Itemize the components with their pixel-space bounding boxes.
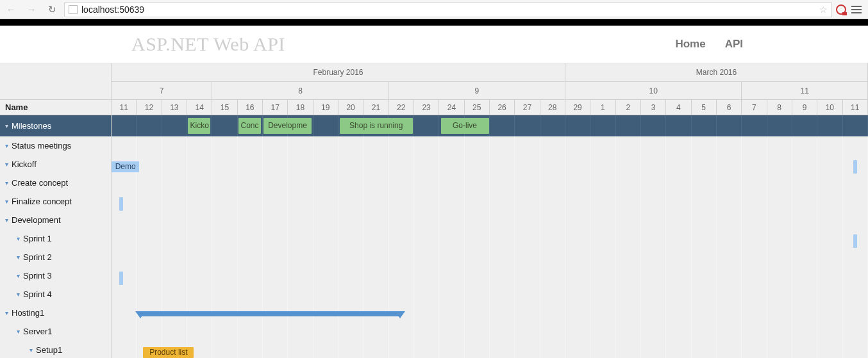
milestone-concept[interactable]: Conc: [238, 118, 262, 134]
page-icon: [69, 5, 78, 14]
day-cell: 13: [162, 100, 187, 115]
day-cell: 24: [439, 100, 464, 115]
milestone-kickoff[interactable]: Kicko: [188, 118, 211, 134]
tree-row-hosting1[interactable]: ▾Hosting1: [0, 304, 111, 322]
lane-dev: [112, 306, 868, 325]
page-nav: Home API: [675, 38, 868, 51]
summary-cap-right-icon: [395, 311, 405, 318]
day-cell: 18: [288, 100, 313, 115]
tree-row-status[interactable]: ▾Status meetings: [0, 136, 111, 155]
week-cell: 10: [565, 82, 742, 99]
task-bar-demo[interactable]: Demo: [112, 161, 139, 172]
task-bar[interactable]: [119, 272, 123, 285]
back-button[interactable]: ←: [3, 1, 19, 18]
tree-row-sprint2[interactable]: ▾Sprint 2: [0, 248, 111, 266]
nav-api[interactable]: API: [725, 38, 743, 51]
lane-finalize: [112, 269, 868, 288]
day-cell: 3: [641, 100, 666, 115]
chevron-down-icon[interactable]: ▾: [3, 192, 10, 211]
black-strip: [0, 19, 868, 26]
chevron-down-icon[interactable]: ▾: [14, 248, 22, 266]
day-cell: 6: [717, 100, 742, 115]
tree-column-header: Name: [0, 100, 111, 115]
task-bar[interactable]: [853, 160, 857, 174]
day-cell: 17: [263, 100, 288, 115]
chevron-down-icon[interactable]: ▾: [3, 155, 10, 174]
lane-milestones: KickoConcDevelopmeShop is runningGo-live: [112, 115, 868, 136]
day-cell: 28: [540, 100, 565, 115]
task-bar-product-list[interactable]: Product list: [143, 347, 194, 358]
milestone-go-live[interactable]: Go-live: [441, 118, 489, 134]
reload-button[interactable]: ↻: [44, 1, 60, 18]
day-cell: 9: [792, 100, 817, 115]
day-cell: 12: [137, 100, 162, 115]
tree-row-label: Sprint 4: [23, 285, 52, 304]
day-cell: 19: [313, 100, 338, 115]
tree-row-finalize[interactable]: ▾Finalize concept: [0, 192, 111, 211]
milestone-development[interactable]: Developme: [263, 118, 312, 134]
chevron-down-icon[interactable]: ▾: [3, 304, 10, 322]
gantt-grid[interactable]: February 2016March 2016 7891011 11121314…: [112, 63, 868, 358]
tree-row-milestones[interactable]: ▾Milestones: [0, 115, 111, 136]
tree-row-dev[interactable]: ▾Development: [0, 211, 111, 229]
months-row: February 2016March 2016: [112, 63, 868, 82]
chevron-down-icon[interactable]: ▾: [14, 229, 22, 248]
browser-toolbar: ← → ↻ localhost:50639 ☆: [0, 0, 868, 19]
tree-row-create[interactable]: ▾Create concept: [0, 174, 111, 192]
extension-icon[interactable]: [836, 4, 846, 15]
tree-row-server1[interactable]: ▾Server1: [0, 322, 111, 341]
grid-body: KickoConcDevelopmeShop is runningGo-live…: [112, 115, 868, 358]
nav-home[interactable]: Home: [675, 38, 705, 51]
day-cell: 25: [465, 100, 490, 115]
tree-row-kickoff[interactable]: ▾Kickoff: [0, 155, 111, 174]
chevron-down-icon[interactable]: ▾: [14, 266, 22, 285]
weeks-row: 7891011: [112, 82, 868, 100]
bookmark-star-icon[interactable]: ☆: [819, 4, 828, 15]
chevron-down-icon[interactable]: ▾: [3, 211, 10, 229]
address-bar[interactable]: localhost:50639 ☆: [64, 2, 832, 17]
tree-row-sprint1[interactable]: ▾Sprint 1: [0, 229, 111, 248]
day-cell: 21: [363, 100, 388, 115]
day-cell: 1: [590, 100, 615, 115]
day-cell: 22: [389, 100, 414, 115]
summary-cap-left-icon: [135, 311, 146, 318]
tree-row-sprint4[interactable]: ▾Sprint 4: [0, 285, 111, 304]
tree-row-label: Sprint 1: [23, 229, 52, 248]
day-cell: 26: [490, 100, 515, 115]
tree-row-label: Sprint 3: [23, 266, 52, 285]
day-cell: 16: [238, 100, 263, 115]
task-bar[interactable]: [119, 197, 123, 211]
forward-button[interactable]: →: [23, 1, 40, 18]
chevron-down-icon[interactable]: ▾: [3, 115, 10, 136]
chevron-down-icon[interactable]: ▾: [3, 136, 10, 155]
tree-row-label: Server1: [23, 322, 53, 341]
tree-header-spacer: [0, 63, 111, 100]
week-cell: 11: [742, 82, 868, 99]
lane-status: Demo: [112, 158, 868, 176]
day-cell: 11: [843, 100, 868, 115]
tree-row-label: Kickoff: [12, 155, 37, 174]
page-header: ASP.NET Web API Home API: [0, 26, 868, 63]
milestone-shop-is-running[interactable]: Shop is running: [340, 118, 413, 134]
chevron-down-icon[interactable]: ▾: [27, 341, 35, 358]
day-cell: 2: [616, 100, 641, 115]
task-bar[interactable]: [853, 234, 857, 248]
tree-row-label: Setup1: [36, 341, 62, 358]
tree-row-sprint3[interactable]: ▾Sprint 3: [0, 266, 111, 285]
page-title: ASP.NET Web API: [131, 33, 285, 55]
day-cell: 14: [187, 100, 212, 115]
day-cell: 7: [742, 100, 767, 115]
lane-sprint1: Product list: [112, 343, 868, 358]
gantt: Name ▾Milestones▾Status meetings▾Kickoff…: [0, 63, 868, 358]
tree-row-label: Sprint 2: [23, 248, 52, 266]
day-cell: 23: [414, 100, 439, 115]
chevron-down-icon[interactable]: ▾: [14, 285, 22, 304]
lane-kickoff: [112, 195, 868, 213]
day-cell: 27: [515, 100, 540, 115]
summary-bar[interactable]: [140, 311, 400, 316]
url-text: localhost:50639: [81, 4, 144, 15]
chevron-down-icon[interactable]: ▾: [3, 174, 10, 192]
browser-menu-icon[interactable]: [851, 6, 862, 13]
tree-row-setup1[interactable]: ▾Setup1: [0, 341, 111, 358]
chevron-down-icon[interactable]: ▾: [14, 322, 22, 341]
